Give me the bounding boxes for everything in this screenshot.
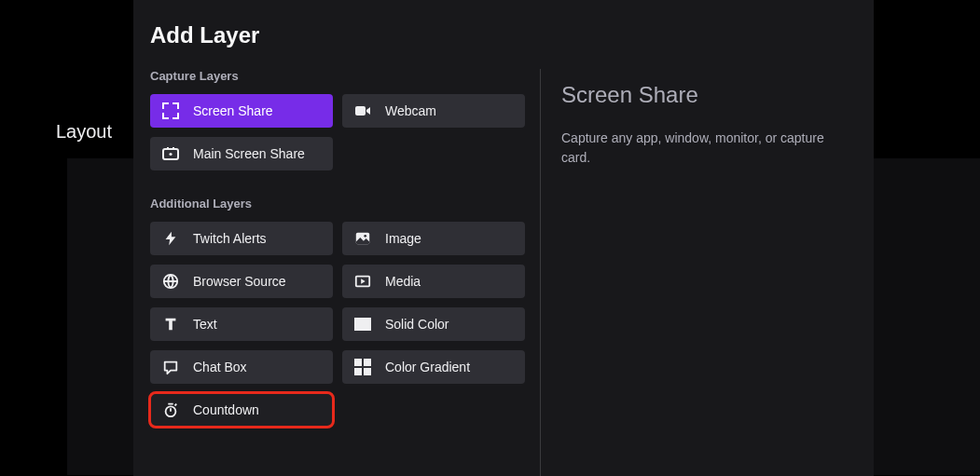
capture-layers-grid: Screen Share Webcam xyxy=(150,94,526,170)
svg-rect-0 xyxy=(355,106,366,116)
option-label: Screen Share xyxy=(193,103,273,118)
option-chat-box[interactable]: Chat Box xyxy=(150,350,333,384)
countdown-icon xyxy=(161,401,180,419)
gradient-icon xyxy=(353,358,372,376)
webcam-icon xyxy=(353,102,372,120)
text-icon xyxy=(161,315,180,333)
option-label: Media xyxy=(385,274,421,289)
option-label: Browser Source xyxy=(193,274,286,289)
svg-rect-7 xyxy=(354,318,371,331)
detail-title: Screen Share xyxy=(561,82,853,108)
browser-icon xyxy=(161,272,180,291)
option-solid-color[interactable]: Solid Color xyxy=(342,307,525,341)
chat-icon xyxy=(161,358,180,376)
detail-description: Capture any app, window, monitor, or cap… xyxy=(561,129,853,168)
layer-options-pane: Capture Layers Screen Share xyxy=(150,69,540,476)
option-label: Solid Color xyxy=(385,317,449,332)
screen-share-icon xyxy=(161,102,180,120)
main-screen-share-icon xyxy=(161,144,180,163)
svg-rect-9 xyxy=(364,359,371,366)
option-label: Main Screen Share xyxy=(193,146,305,161)
svg-rect-8 xyxy=(354,359,362,366)
option-twitch-alerts[interactable]: Twitch Alerts xyxy=(150,222,333,255)
option-text[interactable]: Text xyxy=(150,307,333,341)
option-label: Chat Box xyxy=(193,360,247,374)
option-browser-source[interactable]: Browser Source xyxy=(150,265,333,298)
section-label-capture: Capture Layers xyxy=(150,69,526,83)
option-label: Webcam xyxy=(385,103,436,118)
option-media[interactable]: Media xyxy=(342,265,525,298)
option-label: Image xyxy=(385,231,421,246)
option-label: Color Gradient xyxy=(385,360,470,374)
media-icon xyxy=(353,272,372,291)
additional-layers-grid: Twitch Alerts Image xyxy=(150,222,526,427)
modal-body: Capture Layers Screen Share xyxy=(150,69,853,476)
option-screen-share[interactable]: Screen Share xyxy=(150,94,333,128)
image-icon xyxy=(353,229,372,248)
svg-rect-11 xyxy=(364,368,371,375)
option-label: Twitch Alerts xyxy=(193,231,267,246)
svg-point-4 xyxy=(364,235,366,238)
section-label-additional: Additional Layers xyxy=(150,197,526,211)
option-main-screen-share[interactable]: Main Screen Share xyxy=(150,137,333,170)
option-label: Countdown xyxy=(193,402,259,417)
option-color-gradient[interactable]: Color Gradient xyxy=(342,350,525,384)
svg-rect-10 xyxy=(354,368,362,375)
option-image[interactable]: Image xyxy=(342,222,525,255)
add-layer-modal: Add Layer Capture Layers Screen Share xyxy=(133,0,874,476)
alerts-icon xyxy=(161,229,180,248)
option-label: Text xyxy=(193,317,217,332)
layout-label: Layout xyxy=(56,121,112,143)
option-countdown[interactable]: Countdown xyxy=(150,393,333,427)
option-webcam[interactable]: Webcam xyxy=(342,94,525,128)
svg-point-2 xyxy=(169,153,172,156)
modal-title: Add Layer xyxy=(150,22,853,48)
solid-color-icon xyxy=(353,315,372,333)
layer-detail-pane: Screen Share Capture any app, window, mo… xyxy=(540,69,853,476)
